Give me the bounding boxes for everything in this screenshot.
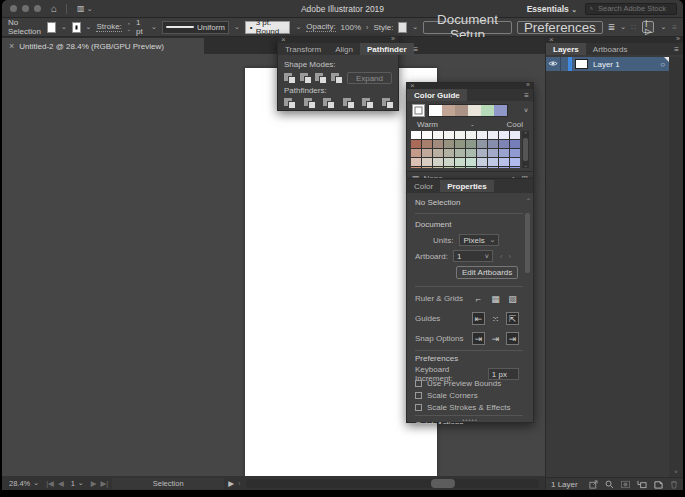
harmony-color-swatch[interactable] — [429, 105, 442, 116]
scroll-left-icon[interactable]: ‹ — [238, 479, 241, 488]
scale-corners-checkbox[interactable] — [415, 392, 422, 399]
merge-icon[interactable] — [323, 98, 334, 109]
show-transparency-grid-icon[interactable]: ▨ — [506, 292, 519, 305]
color-swatch[interactable] — [455, 167, 465, 168]
show-rulers-icon[interactable]: ⌐ — [472, 292, 485, 305]
tab-artboards[interactable]: Artboards — [586, 43, 635, 55]
color-swatch[interactable] — [510, 167, 520, 168]
artboard-dropdown[interactable]: 1˅ — [453, 250, 493, 262]
fill-swatch[interactable] — [47, 22, 56, 33]
tab-properties[interactable]: Properties — [440, 180, 494, 192]
artboard-nav-dropdown[interactable]: 1⌄ — [68, 478, 87, 489]
stroke-swatch[interactable] — [72, 22, 81, 33]
harmony-color-swatch[interactable] — [494, 105, 507, 116]
color-swatch[interactable] — [488, 158, 498, 166]
color-swatch[interactable] — [510, 140, 520, 148]
color-swatch[interactable] — [488, 149, 498, 157]
color-swatch[interactable] — [455, 149, 465, 157]
color-swatch[interactable] — [477, 131, 487, 139]
color-swatch[interactable] — [433, 140, 443, 148]
stroke-weight-value[interactable]: 1 pt — [136, 18, 146, 36]
search-input[interactable] — [596, 3, 672, 14]
new-sublayer-icon[interactable] — [637, 480, 647, 489]
layer-name[interactable]: Layer 1 — [593, 60, 620, 69]
scroll-up-icon[interactable]: ⌃ — [523, 131, 527, 137]
tab-align[interactable]: Align — [328, 43, 360, 55]
style-chevron-icon[interactable]: ⌄ — [412, 23, 418, 31]
horizontal-scrollbar[interactable] — [246, 479, 539, 488]
layer-row[interactable]: Layer 1 ○ — [546, 57, 669, 71]
color-swatch[interactable] — [499, 149, 509, 157]
snap-to-pixel-icon[interactable]: ⇥ — [506, 332, 519, 345]
collapse-panel-icon[interactable]: » — [391, 35, 395, 42]
scroll-down-icon[interactable]: ˅ — [669, 469, 683, 475]
color-swatch[interactable] — [433, 158, 443, 166]
color-swatch[interactable] — [411, 131, 421, 139]
color-swatch[interactable] — [433, 167, 443, 168]
color-swatch[interactable] — [477, 158, 487, 166]
close-document-icon[interactable]: × — [9, 41, 14, 51]
units-dropdown[interactable]: Pixels⌄ — [459, 234, 499, 246]
scrollbar-thumb[interactable] — [525, 213, 530, 273]
document-tab[interactable]: × Untitled-2 @ 28.4% (RGB/GPU Preview) — [2, 38, 204, 54]
color-swatch[interactable] — [466, 149, 476, 157]
width-profile-chevron-icon[interactable]: ⌄ — [234, 23, 240, 31]
color-swatch[interactable] — [477, 167, 487, 168]
stroke-chevron-icon[interactable]: ⌄ — [86, 23, 92, 31]
new-layer-icon[interactable] — [654, 480, 663, 489]
collapse-panel-icon[interactable]: » — [676, 35, 680, 42]
scrollbar-thumb[interactable] — [523, 138, 528, 161]
intersect-icon[interactable] — [315, 73, 322, 84]
tab-color-guide[interactable]: Color Guide — [407, 89, 467, 101]
panel-options-icon[interactable]: ≣ — [608, 22, 616, 32]
show-grid-icon[interactable]: ▦ — [489, 292, 502, 305]
color-swatch[interactable] — [510, 158, 520, 166]
panel-menu-icon[interactable]: ≡ — [524, 91, 529, 100]
tab-transform[interactable]: Transform — [278, 43, 328, 55]
color-swatch[interactable] — [466, 167, 476, 168]
color-swatch[interactable] — [444, 140, 454, 148]
search-field[interactable] — [585, 3, 677, 15]
color-swatch[interactable] — [444, 158, 454, 166]
color-swatch[interactable] — [411, 140, 421, 148]
snap-to-point-icon[interactable]: ⇥ — [489, 332, 502, 345]
minus-front-icon[interactable] — [300, 73, 307, 84]
color-swatch[interactable] — [444, 149, 454, 157]
color-swatch[interactable] — [499, 167, 509, 168]
color-swatch[interactable] — [444, 131, 454, 139]
collapse-panel-icon[interactable]: » — [526, 81, 530, 88]
color-swatch[interactable] — [499, 158, 509, 166]
color-swatch[interactable] — [488, 167, 498, 168]
properties-scrollbar[interactable]: ⌃ — [525, 209, 531, 420]
divide-icon[interactable] — [284, 98, 295, 109]
brush-dropdown[interactable]: • 3 pt. Round — [245, 21, 291, 34]
visibility-eye-icon[interactable] — [546, 60, 560, 69]
preferences-button[interactable]: Preferences — [517, 21, 603, 34]
color-swatch[interactable] — [411, 167, 421, 168]
harmony-color-swatch[interactable] — [468, 105, 481, 116]
color-swatch[interactable] — [422, 158, 432, 166]
panel-options-chevron-icon[interactable]: ⌄ — [620, 23, 626, 31]
panel-menu-icon[interactable]: ≡ — [414, 45, 419, 54]
color-swatch[interactable] — [444, 167, 454, 168]
panel-resize-grip[interactable]: ••••• — [407, 417, 533, 422]
color-swatch[interactable] — [455, 131, 465, 139]
scale-strokes-effects-checkbox[interactable] — [415, 404, 422, 411]
panel-menu-icon[interactable]: ≡ — [674, 45, 679, 54]
minus-back-icon[interactable] — [382, 98, 393, 109]
tab-layers[interactable]: Layers — [546, 43, 586, 55]
color-swatch[interactable] — [499, 131, 509, 139]
align-chevron-icon[interactable]: ⌄ — [660, 23, 666, 31]
tab-pathfinder[interactable]: Pathfinder — [360, 43, 414, 55]
lock-guides-icon[interactable]: ⁙ — [489, 312, 502, 325]
color-swatch[interactable] — [488, 131, 498, 139]
color-swatch[interactable] — [488, 140, 498, 148]
harmony-color-swatch[interactable] — [455, 105, 468, 116]
close-panel-icon[interactable]: × — [549, 35, 554, 44]
color-swatch[interactable] — [422, 149, 432, 157]
document-setup-button[interactable]: Document Setup — [423, 21, 512, 34]
color-swatch[interactable] — [510, 131, 520, 139]
brush-chevron-icon[interactable]: ⌄ — [295, 23, 301, 31]
harmony-rules-chevron-icon[interactable]: ˅ — [524, 107, 528, 114]
style-swatch[interactable] — [398, 22, 407, 33]
